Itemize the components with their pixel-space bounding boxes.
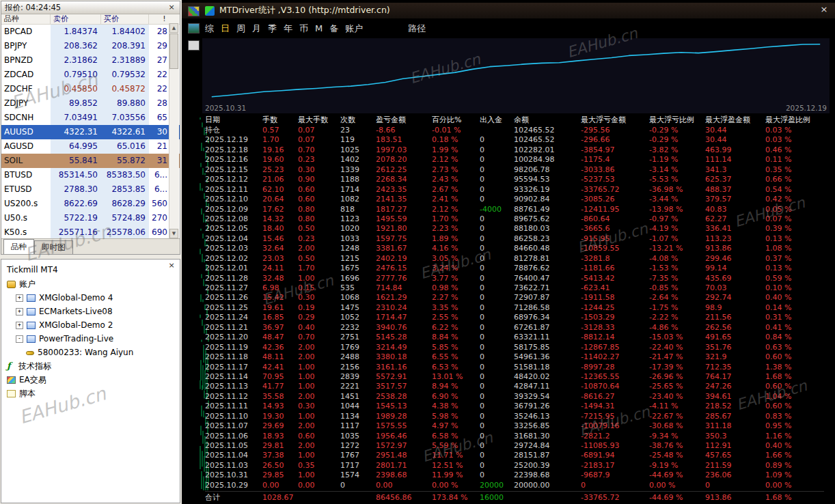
column-ask[interactable]: 买价 — [101, 14, 149, 24]
stats-row[interactable]: 2025.11.0618.930.6010351956.466.58 %0316… — [205, 432, 824, 441]
market-watch-row[interactable]: K50.s25571.1625578.06690 — [1, 225, 180, 240]
equity-curve — [202, 38, 830, 113]
stats-row[interactable]: 2025.12.1525.230.3013392612.252.73 %0982… — [205, 165, 824, 175]
stats-row[interactable]: 2025.12.1619.600.2314022078.202.12 %0100… — [205, 155, 824, 165]
market-watch-row[interactable]: BPCAD1.843741.8440228 — [1, 25, 180, 39]
tab-symbols[interactable]: 品种 — [3, 239, 34, 254]
stats-row[interactable]: 2025.12.0124.111.7016752476.153.24 %0788… — [205, 264, 824, 273]
menu-item-备[interactable]: 备 — [329, 23, 338, 35]
close-icon[interactable] — [167, 262, 176, 270]
scroll-down-icon[interactable] — [169, 229, 178, 238]
menu-item-M[interactable]: M — [315, 23, 323, 33]
market-watch-row[interactable]: ETUSD2788.302853.856... — [1, 182, 180, 197]
stats-row[interactable]: 2025.12.0917.620.808181817.272.12 %-4000… — [205, 205, 824, 214]
market-watch-row[interactable]: ZDJPY89.85289.88028 — [1, 96, 180, 111]
stats-row[interactable]: 2025.11.1742.411.0021563161.166.53 %0515… — [205, 363, 824, 372]
stats-cell: -9.19 % — [649, 461, 705, 471]
navigator-item-script[interactable]: 脚本 — [1, 387, 180, 400]
stats-row[interactable]: 2025.12.1162.100.6017142423.352.67 %0933… — [205, 185, 824, 195]
scroll-thumb[interactable] — [169, 33, 178, 69]
stats-row[interactable]: 2025.12.1020.640.6010822141.352.41 %0909… — [205, 195, 824, 204]
stats-cell: -1181.66 — [581, 264, 649, 273]
column-spread[interactable]: ! — [149, 14, 180, 24]
stats-row[interactable]: 2025.12.0223.030.5012152402.193.05 %0812… — [205, 254, 824, 264]
column-symbol[interactable]: 品种 — [1, 14, 51, 24]
navigator-item-accounts[interactable]: 账户 — [1, 277, 180, 291]
menu-item-月[interactable]: 月 — [252, 23, 261, 35]
stats-row[interactable]: 2025.11.2416.850.2910521714.472.55 %0689… — [205, 313, 824, 322]
navigator-item-account[interactable]: -PowerTrading-Live — [1, 332, 180, 346]
stats-row[interactable]: 2025.11.2832.481.0016962777.763.77 %0764… — [205, 274, 824, 283]
stats-row[interactable]: 2025.11.0326.500.3517172801.7112.51 %025… — [205, 461, 824, 471]
tree-expander-icon[interactable]: + — [16, 294, 23, 302]
close-icon[interactable] — [167, 3, 176, 12]
stats-row[interactable]: 2025.11.1019.301.0011341989.285.98 %0352… — [205, 412, 824, 421]
menu-item-综[interactable]: 综 — [205, 23, 214, 35]
tree-expander-icon[interactable]: + — [16, 308, 23, 316]
stats-row[interactable]: 2025.12.0332.642.0012483381.674.16 %0846… — [205, 244, 824, 253]
menu-item-币[interactable]: 币 — [299, 23, 308, 35]
navigator-item-ea[interactable]: EA交易 — [1, 373, 180, 387]
market-watch-row[interactable]: BTUSD85314.5085383.506... — [1, 168, 180, 182]
scrollbar[interactable] — [169, 23, 179, 238]
menu-item-账户[interactable]: 账户 — [345, 23, 363, 35]
stats-row[interactable]: 2025.12.1221.060.9011882268.342.43 %0955… — [205, 175, 824, 184]
stats-cell: 1.68 % — [765, 372, 824, 382]
stats-cell: 0.35 % — [765, 165, 824, 175]
navigator-item-account[interactable]: +ECMarkets-Live08 — [1, 305, 180, 318]
market-watch-row[interactable]: SDCNH7.034917.0355665 — [1, 111, 180, 125]
stats-row[interactable]: 2025.11.2615.420.3010681621.292.27 %0729… — [205, 293, 824, 303]
stats-row[interactable]: 2025.11.0729.692.0011171575.554.97 %0332… — [205, 421, 824, 431]
stats-row[interactable]: 2025.12.0814.320.8011231495.591.70 %0896… — [205, 214, 824, 224]
navigator-item-account[interactable]: +XMGlobal-Demo 4 — [1, 291, 180, 305]
stats-row[interactable]: 2025.10.290.000.0000.000.00 %2000020000.… — [205, 481, 824, 490]
menu-item-季[interactable]: 季 — [268, 23, 277, 35]
market-watch-row[interactable]: AGUSD64.99565.01621 — [1, 139, 180, 154]
stats-row[interactable]: 2025.11.1942.362.0017693214.495.85 %0581… — [205, 343, 824, 352]
stats-row[interactable]: 2025.11.2048.470.7027515145.288.84 %0633… — [205, 333, 824, 342]
stats-row[interactable]: 2025.11.1848.112.0024883380.186.55 %0549… — [205, 352, 824, 362]
stats-row[interactable]: 2025.10.3129.851.0015742398.6811.99 %022… — [205, 471, 824, 480]
scroll-up-icon[interactable] — [169, 23, 178, 33]
tree-expander-icon[interactable]: - — [16, 335, 23, 343]
stats-row[interactable]: 2025.12.1819.160.7010251997.031.99 %0102… — [205, 145, 824, 155]
stats-row[interactable]: 2025.11.1341.771.0022213517.578.94 %0428… — [205, 382, 824, 391]
tab-tick-chart[interactable]: 即时图 — [34, 240, 73, 254]
chart-tool-icon[interactable] — [188, 6, 200, 16]
menu-item-周[interactable]: 周 — [236, 23, 245, 35]
resize-tool-icon[interactable] — [188, 40, 200, 51]
market-watch-row[interactable]: AUUSD4322.314322.6130 — [1, 125, 180, 139]
market-watch-row[interactable]: BPNZD2.318622.3188927 — [1, 53, 180, 68]
market-watch-row[interactable]: ZDCHF0.458500.4587222 — [1, 82, 180, 96]
column-bid[interactable]: 卖价 — [51, 14, 101, 24]
menu-item-年[interactable]: 年 — [284, 23, 292, 35]
market-watch-row[interactable]: BPJPY208.362208.39129 — [1, 39, 180, 53]
navigator-item-indicator[interactable]: ƒ技术指标 — [1, 359, 180, 373]
navigator-item-account[interactable]: +XMGlobal-Demo 2 — [1, 318, 180, 332]
mw-bid: 0.79510 — [51, 68, 101, 82]
menu-item-路径[interactable]: 路径 — [408, 23, 426, 35]
stats-row[interactable]: 持仓0.570.0723-8.66-0.01 %102465.52-295.56… — [205, 126, 824, 135]
market-watch-row[interactable]: ZDCAD0.795100.7953222 — [1, 68, 180, 82]
stats-row[interactable]: 2025.11.2136.970.4022323940.766.22 %0672… — [205, 323, 824, 333]
stats-row[interactable]: 2025.11.1235.582.0014512538.286.90 %0393… — [205, 392, 824, 402]
market-watch-row[interactable]: US200.s8622.698628.29560 — [1, 197, 180, 211]
market-watch-row[interactable]: U50.s5722.195724.89270 — [1, 211, 180, 225]
stats-row[interactable]: 2025.11.2519.610.1914752310.243.35 %0712… — [205, 303, 824, 313]
stats-row[interactable]: 2025.11.1470.951.0028395572.9113.01 %048… — [205, 372, 824, 382]
tree-expander-icon[interactable]: + — [16, 322, 23, 329]
navigator-broker: Tickmill MT4 — [1, 260, 180, 277]
stats-cell: 23 — [340, 126, 376, 135]
stats-row[interactable]: 2025.12.0415.460.2310331597.751.89 %0862… — [205, 234, 824, 244]
stats-row[interactable]: 2025.11.1114.930.3010441545.134.38 %0367… — [205, 402, 824, 411]
menu-item-日[interactable]: 日 — [221, 23, 230, 35]
navigator-item-key[interactable]: 58000233: Wang Aiyun — [1, 346, 180, 359]
stats-row[interactable]: 2025.11.0529.812.0012721572.975.59 %0297… — [205, 441, 824, 451]
image-tool-icon[interactable] — [188, 23, 200, 33]
market-watch-row[interactable]: SOIL55.84155.87231 — [1, 154, 180, 168]
stats-row[interactable]: 2025.11.276.980.15535714.840.98 %073622.… — [205, 283, 824, 293]
close-icon[interactable] — [819, 5, 829, 14]
stats-row[interactable]: 2025.12.191.700.07119183.510.18 %0102465… — [205, 135, 824, 145]
stats-row[interactable]: 2025.12.0518.400.5010201921.802.23 %0881… — [205, 224, 824, 234]
stats-row[interactable]: 2025.11.0437.381.0017672951.4811.71 %028… — [205, 451, 824, 460]
